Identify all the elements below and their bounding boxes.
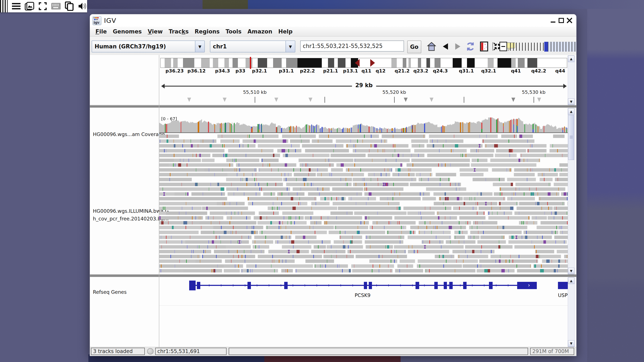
gene-exon[interactable]	[197, 282, 200, 289]
home-button[interactable]	[426, 41, 437, 52]
message-status	[229, 348, 528, 355]
gene-exon[interactable]	[444, 282, 447, 289]
menu-regions[interactable]: Regions	[192, 28, 223, 35]
genes-track-label[interactable]: Refseq Genes	[93, 289, 126, 295]
ideogram-band	[178, 58, 183, 68]
genome-select[interactable]: Human (GRCh37/hg19) ▼	[92, 40, 205, 52]
scroll-up-button[interactable]: ▲	[568, 108, 574, 115]
ruler-marker-triangle-icon[interactable]	[308, 98, 312, 102]
locus-input[interactable]	[300, 40, 404, 52]
menu-icon[interactable]	[12, 1, 20, 11]
cytoband-label: p33	[236, 68, 245, 74]
refresh-button[interactable]	[465, 41, 476, 52]
region-of-interest-button[interactable]	[479, 41, 489, 52]
cytoband-label: p13.1	[343, 68, 358, 74]
menu-genomes[interactable]: Genomes	[110, 28, 145, 35]
ruler-marker-triangle-icon[interactable]	[512, 98, 515, 102]
gene-exon[interactable]	[416, 282, 419, 289]
memory-status[interactable]: 291M of 700M	[530, 348, 574, 355]
gene-exon[interactable]	[189, 281, 196, 290]
menu-help[interactable]: Help	[275, 28, 296, 35]
ruler-tick-label: 55,510 kb	[243, 90, 267, 95]
gene-exon[interactable]	[364, 282, 367, 289]
feature-panel-scrollbar[interactable]: ▲ ▼	[568, 277, 574, 347]
data-panel: HG00096.wgs...am Coverage HG00096.wgs.IL…	[90, 108, 576, 274]
scroll-down-button[interactable]: ▼	[568, 340, 574, 347]
ruler-marker-triangle-icon[interactable]	[274, 98, 278, 102]
scroll-down-button[interactable]: ▼	[568, 99, 574, 105]
zoom-slider-thumb[interactable]	[544, 42, 548, 52]
ruler-tick	[324, 97, 325, 103]
ideogram-band	[173, 58, 178, 68]
close-button[interactable]	[566, 18, 572, 23]
ideogram-band	[462, 58, 467, 68]
chromosome-select[interactable]: chr1 ▼	[210, 40, 295, 52]
chromosome-ideogram[interactable]	[160, 58, 567, 68]
alignment-reads[interactable]	[159, 135, 568, 274]
ruler-tick-label: 55,520 kb	[382, 90, 406, 95]
ruler-tick	[534, 97, 534, 103]
name-data-divider[interactable]	[159, 55, 159, 347]
gene-exon[interactable]: ›	[517, 282, 537, 289]
strand-arrow-icon: ›	[472, 282, 474, 288]
scroll-up-button[interactable]: ▲	[568, 56, 574, 62]
ruler-marker-triangle-icon[interactable]	[187, 98, 191, 102]
back-button[interactable]	[440, 41, 450, 52]
refseq-genes-track[interactable]: ››››››››››››››››››››››››››››PCSK9USP24	[159, 280, 568, 303]
ideogram-band	[518, 58, 525, 68]
menu-file[interactable]: File	[92, 28, 110, 35]
forward-button[interactable]	[453, 41, 463, 52]
panel-grip-icon[interactable]	[0, 0, 8, 12]
gene-exon[interactable]	[558, 282, 568, 289]
menu-tracks[interactable]: Tracks	[166, 28, 192, 35]
gene-exon[interactable]	[463, 282, 466, 289]
menu-tools[interactable]: Tools	[223, 28, 244, 35]
ideogram-band	[453, 58, 462, 68]
zoom-slider[interactable]	[510, 43, 576, 51]
go-button[interactable]: Go	[407, 40, 421, 53]
fullscreen-icon[interactable]	[38, 1, 47, 11]
ideogram-band	[334, 58, 338, 68]
chevron-down-icon[interactable]: ▼	[195, 41, 204, 52]
ideogram-band	[183, 58, 194, 68]
gene-exon[interactable]	[449, 282, 453, 289]
strand-arrow-icon: ›	[268, 282, 270, 288]
gene-exon[interactable]	[284, 282, 288, 289]
alignment-track-label-line2[interactable]: h_cov_pcr_free.20140203.bam	[93, 216, 168, 221]
ruler-marker-triangle-icon[interactable]	[223, 98, 226, 102]
zoom-out-button[interactable]	[500, 42, 507, 51]
scroll-up-button[interactable]: ▲	[568, 278, 574, 284]
strand-arrow-icon: ›	[280, 282, 282, 288]
gene-name-label[interactable]: PCSK9	[355, 293, 370, 298]
locus-panel-scrollbar[interactable]: ▲ ▼	[568, 55, 574, 105]
gene-name-label[interactable]: USP24	[558, 293, 568, 298]
data-panel-scrollbar[interactable]: ▲ ▼	[568, 108, 574, 274]
ideogram-band	[246, 58, 252, 68]
copy-window-icon[interactable]	[65, 1, 74, 11]
screenshot-icon[interactable]	[25, 1, 34, 11]
gene-exon[interactable]	[369, 282, 372, 289]
maximize-button[interactable]	[558, 18, 564, 23]
keyboard-icon[interactable]	[51, 1, 61, 11]
gene-exon[interactable]	[434, 282, 438, 289]
coverage-histogram[interactable]	[159, 117, 568, 132]
toolbar-separator	[492, 42, 493, 51]
title-bar[interactable]: igv IGV	[90, 14, 576, 27]
ruler-marker-triangle-icon[interactable]	[404, 98, 408, 102]
ideogram-band	[426, 58, 430, 68]
menu-amazon[interactable]: Amazon	[244, 28, 275, 35]
volume-icon[interactable]	[78, 1, 87, 11]
chevron-down-icon[interactable]: ▼	[286, 41, 295, 52]
coverage-track-label[interactable]: HG00096.wgs...am Coverage	[93, 132, 165, 137]
minimize-button[interactable]	[550, 18, 556, 23]
ruler-marker-triangle-icon[interactable]	[430, 98, 434, 102]
ruler-marker-triangle-icon[interactable]	[537, 98, 541, 102]
menu-view[interactable]: View	[145, 28, 166, 35]
alignment-track-label-line1[interactable]: HG00096.wgs.ILLUMINA.bwa.G	[93, 208, 169, 214]
gene-exon[interactable]	[248, 282, 251, 289]
strand-arrow-icon: ›	[328, 282, 330, 288]
cytoband-label: q11	[362, 68, 371, 74]
scroll-down-button[interactable]: ▼	[568, 268, 574, 274]
gene-exon[interactable]	[489, 282, 492, 289]
scrollbar-thumb[interactable]	[568, 115, 574, 160]
